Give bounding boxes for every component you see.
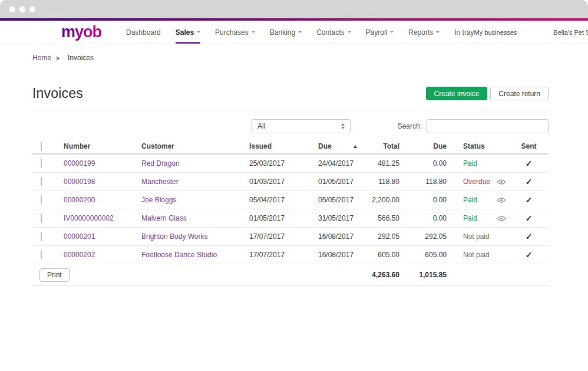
row-checkbox[interactable] [41, 250, 42, 260]
window-dot-icon[interactable] [29, 6, 35, 12]
status-filter-value: All [257, 122, 265, 130]
total-sum: 4,263.60 [362, 271, 399, 279]
create-return-button[interactable]: Create return [490, 87, 549, 100]
invoice-number-link[interactable]: 00000202 [64, 251, 141, 259]
nav-item-dashboard[interactable]: Dashboard [126, 21, 161, 44]
column-header-issued[interactable]: Issued [249, 142, 318, 150]
row-checkbox[interactable] [41, 195, 42, 205]
row-checkbox[interactable] [41, 214, 42, 223]
table-row[interactable]: 00000202 Footloose Dance Studio 17/07/20… [32, 246, 549, 264]
table-row[interactable]: 00000198 Manchester 01/03/2017 01/05/201… [32, 173, 549, 191]
nav-item-reports[interactable]: Reports [408, 21, 440, 44]
nav-item-purchases[interactable]: Purchases [215, 21, 255, 44]
filter-row: All Search: [32, 119, 549, 133]
due-date: 31/05/2017 [318, 214, 362, 222]
table-row[interactable]: 00000200 Joe Bloggs 05/04/2017 05/05/201… [32, 191, 549, 209]
invoice-number-link[interactable]: 00000198 [64, 178, 141, 186]
column-header-total[interactable]: Total [362, 142, 399, 150]
table-row[interactable]: IV00000000002 Malvern Glass 01/05/2017 3… [32, 209, 549, 228]
row-checkbox[interactable] [41, 232, 42, 241]
breadcrumb: Home Invoices [32, 54, 549, 62]
chevron-down-icon [390, 31, 394, 35]
invoice-number-link[interactable]: 00000201 [64, 232, 141, 241]
search-label: Search: [398, 122, 422, 130]
page-actions: Create invoice Create return [426, 87, 549, 100]
customer-link[interactable]: Red Dragon [141, 159, 249, 168]
table-row[interactable]: 00000201 Brighton Body Works 17/07/2017 … [32, 228, 549, 246]
breadcrumb-home-link[interactable]: Home [32, 54, 51, 62]
create-invoice-button[interactable]: Create invoice [426, 87, 488, 100]
select-all-checkbox[interactable] [41, 142, 42, 151]
due-amount: 0.00 [399, 159, 447, 168]
search-input[interactable] [427, 119, 549, 133]
section-divider [32, 110, 549, 110]
issued-date: 17/07/2017 [249, 232, 318, 241]
due-amount: 0.00 [399, 196, 447, 204]
sent-check-icon: ✓ [509, 214, 549, 223]
customer-link[interactable]: Manchester [141, 178, 249, 186]
issued-date: 25/03/2017 [249, 159, 318, 168]
nav-item-contacts[interactable]: Contacts [316, 21, 351, 44]
page-content: Home Invoices Invoices Create invoice Cr… [0, 54, 588, 286]
issued-date: 05/04/2017 [249, 196, 318, 204]
business-name[interactable]: Bella's Pet Shop [553, 29, 588, 36]
customer-link[interactable]: Joe Bloggs [141, 196, 249, 204]
triangle-right-icon [57, 56, 62, 61]
sort-ascending-icon [354, 143, 357, 148]
column-header-number[interactable]: Number [64, 142, 141, 150]
column-header-customer[interactable]: Customer [141, 142, 249, 150]
chevron-down-icon [298, 31, 302, 35]
row-checkbox[interactable] [41, 159, 42, 168]
due-date: 24/04/2017 [318, 159, 362, 168]
eye-icon[interactable] [494, 215, 509, 222]
due-date: 01/05/2017 [318, 178, 362, 186]
due-sum: 1,015.85 [399, 271, 447, 279]
column-header-due-date[interactable]: Due [318, 142, 362, 150]
column-header-sent[interactable]: Sent [509, 142, 549, 150]
chevron-down-icon [252, 31, 255, 35]
issued-date: 01/03/2017 [249, 178, 318, 186]
customer-link[interactable]: Footloose Dance Studio [141, 251, 249, 259]
eye-icon[interactable] [494, 179, 509, 185]
invoice-number-link[interactable]: 00000199 [64, 159, 141, 168]
browser-chrome-bar [0, 0, 588, 18]
due-amount: 292.05 [399, 232, 447, 241]
chevron-down-icon [348, 31, 351, 35]
nav-item-in-tray[interactable]: In tray [454, 21, 474, 44]
sent-check-icon: ✓ [509, 177, 549, 186]
print-button[interactable]: Print [39, 268, 70, 282]
status-badge: Not paid [447, 251, 494, 259]
my-businesses-link[interactable]: My businesses [474, 29, 517, 36]
page-title: Invoices [32, 86, 83, 101]
status-filter-dropdown[interactable]: All [252, 119, 351, 133]
table-row[interactable]: 00000199 Red Dragon 25/03/2017 24/04/201… [32, 155, 549, 173]
window-dot-icon[interactable] [9, 6, 15, 12]
issued-date: 17/07/2017 [249, 251, 318, 259]
window-dot-icon[interactable] [19, 6, 25, 12]
customer-link[interactable]: Brighton Body Works [141, 232, 249, 241]
chevron-down-icon [436, 31, 440, 35]
nav-item-sales[interactable]: Sales [176, 21, 200, 44]
column-header-due-amount[interactable]: Due [399, 142, 447, 150]
sent-check-icon: ✓ [509, 195, 549, 205]
row-checkbox[interactable] [41, 177, 42, 186]
window-controls[interactable] [9, 6, 35, 12]
status-badge: Paid [447, 196, 494, 204]
eye-icon[interactable] [494, 197, 509, 203]
table-footer: Print 4,263.60 1,015.85 [32, 264, 549, 286]
nav-menu: Dashboard Sales Purchases Banking Contac… [126, 21, 474, 44]
total-amount: 481.25 [362, 159, 399, 168]
column-header-status[interactable]: Status [447, 142, 494, 150]
due-amount: 0.00 [399, 214, 447, 222]
status-badge: Not paid [447, 232, 494, 241]
issued-date: 01/05/2017 [249, 214, 318, 222]
due-date: 16/08/2017 [318, 251, 362, 259]
invoice-number-link[interactable]: 00000200 [64, 196, 141, 204]
business-picker[interactable]: Bella's Pet Shop [553, 29, 588, 36]
invoice-number-link[interactable]: IV00000000002 [64, 214, 141, 222]
nav-right-section: My businesses Bella's Pet Shop ? [474, 28, 588, 37]
nav-item-banking[interactable]: Banking [270, 21, 302, 44]
myob-logo[interactable]: myob [61, 23, 101, 41]
customer-link[interactable]: Malvern Glass [141, 214, 249, 222]
nav-item-payroll[interactable]: Payroll [366, 21, 394, 44]
